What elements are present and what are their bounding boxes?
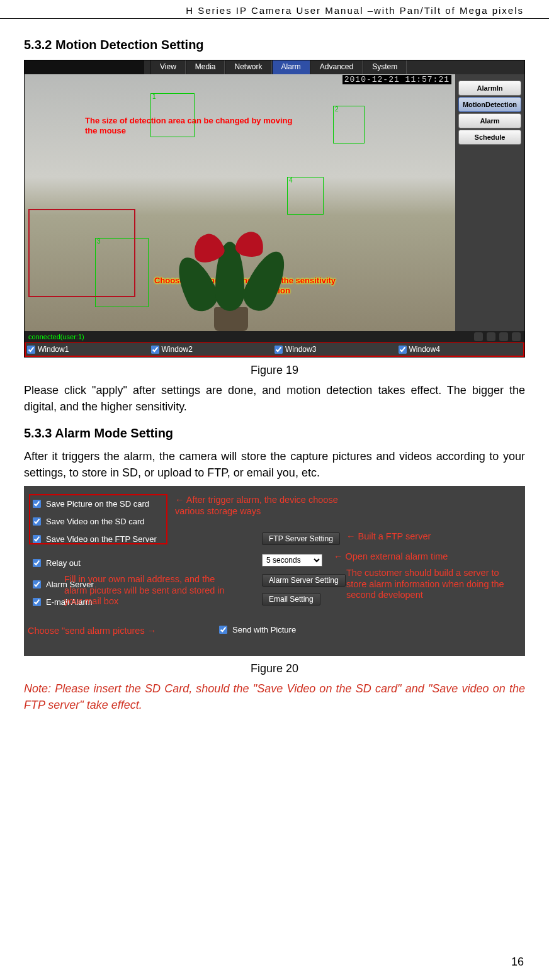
sidebar-alarmin[interactable]: AlarmIn	[458, 81, 521, 96]
section-533-title: 5.3.3 Alarm Mode Setting	[24, 426, 525, 441]
ftp-setting-button[interactable]: FTP Server Setting	[262, 532, 340, 545]
annotation-size: The size of detection area can be change…	[85, 116, 293, 137]
section-532-title: 5.3.2 Motion Detection Setting	[24, 38, 525, 52]
mic-icon[interactable]	[512, 332, 521, 341]
sidebar-schedule[interactable]: Schedule	[458, 130, 521, 145]
nav-network[interactable]: Network	[225, 60, 271, 74]
chk-alarm-server[interactable]	[33, 580, 41, 589]
annot-relay: ← Open external alarm time	[334, 551, 485, 562]
win3-checkbox[interactable]	[274, 346, 283, 354]
detection-box-2[interactable]: 2	[333, 106, 365, 144]
plant-decoration	[156, 211, 307, 331]
video-timestamp: 2010-12-21 11:57:21	[342, 75, 451, 84]
annot-trigger: After trigger alarm, the device choose v…	[175, 495, 338, 515]
lbl-save-vid-ftp: Save Video on the FTP Server	[46, 534, 157, 544]
volume-icon[interactable]	[499, 332, 508, 341]
page-number: 16	[511, 955, 524, 969]
lbl-send-pic: Send with Picture	[232, 625, 296, 634]
win1-checkbox[interactable]	[27, 346, 35, 354]
annot-sendpic: Choose "send alarm pictures →	[28, 626, 156, 636]
snapshot-icon[interactable]	[474, 332, 483, 341]
chk-relay[interactable]	[33, 559, 41, 567]
paragraph-533: After it triggers the alarm, the camera …	[24, 448, 525, 481]
lbl-relay: Relay out	[46, 558, 81, 568]
win4-checkbox[interactable]	[399, 346, 407, 354]
sidebar-alarm[interactable]: Alarm	[458, 113, 521, 128]
annot-alarmserver: The customer should build a server to st…	[346, 568, 505, 600]
video-preview: 2010-12-21 11:57:21 1 2 4 3 The size of …	[25, 74, 455, 331]
nav-view[interactable]: View	[150, 60, 186, 74]
win2-label: Window2	[162, 345, 193, 354]
logo-area	[25, 60, 144, 74]
running-header: H Series IP Camera User Manual –with Pan…	[0, 0, 549, 19]
win2-checkbox[interactable]	[151, 346, 159, 354]
nav-advanced[interactable]: Advanced	[310, 60, 363, 74]
nav-system[interactable]: System	[363, 60, 407, 74]
detection-box-3[interactable]: 3	[95, 238, 149, 307]
arrow-icon: ←	[175, 495, 184, 505]
status-bar: connected(user:1)	[25, 331, 524, 342]
win1-label: Window1	[38, 345, 69, 354]
relay-seconds-select[interactable]: 5 seconds	[262, 554, 322, 566]
nav-alarm[interactable]: Alarm	[272, 60, 310, 74]
right-sidebar: AlarmIn MotionDetection Alarm Schedule	[455, 74, 524, 331]
email-setting-button[interactable]: Email Setting	[262, 593, 320, 605]
windows-row: Window1 Window2 Window3 Window4	[25, 342, 524, 357]
chk-email[interactable]	[33, 598, 41, 606]
figure-20-caption: Figure 20	[24, 662, 525, 675]
chk-save-pic-sd[interactable]	[33, 500, 41, 508]
sidebar-motiondetection[interactable]: MotionDetection	[458, 97, 521, 112]
detection-box-4[interactable]: 4	[287, 177, 324, 215]
figure-19-caption: Figure 19	[24, 364, 525, 377]
lbl-save-vid-sd: Save Video on the SD card	[46, 517, 145, 526]
figure-20: Save Picture on the SD card Save Video o…	[24, 486, 525, 656]
chk-save-vid-ftp[interactable]	[33, 535, 41, 543]
chk-send-pic[interactable]	[219, 626, 227, 634]
status-text: connected(user:1)	[28, 333, 84, 341]
annot-ftp: ← Built a FTP server	[346, 531, 431, 542]
nav-media[interactable]: Media	[186, 60, 225, 74]
alarm-server-setting-button[interactable]: Alarm Server Setting	[262, 574, 346, 587]
paragraph-19: Please click "apply" after settings are …	[24, 382, 525, 415]
figure-19: View Media Network Alarm Advanced System…	[24, 60, 525, 358]
record-icon[interactable]	[487, 332, 495, 341]
status-icons	[474, 332, 521, 341]
win3-label: Window3	[285, 345, 316, 354]
chk-save-vid-sd[interactable]	[33, 517, 41, 526]
note-20: Note: Please insert the SD Card, should …	[24, 680, 525, 713]
lbl-save-pic-sd: Save Picture on the SD card	[46, 499, 149, 509]
annot-email: Fill in your own mail address, and the a…	[64, 574, 233, 607]
win4-label: Window4	[409, 345, 440, 354]
